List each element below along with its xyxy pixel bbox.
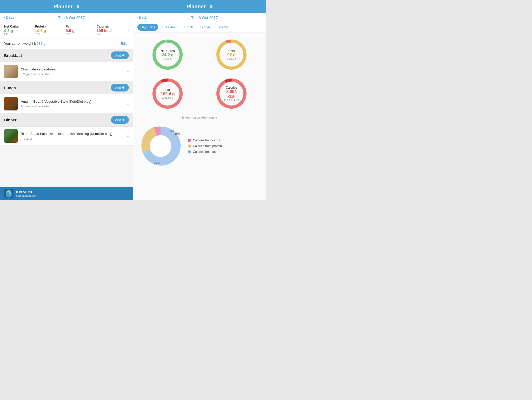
- brand-bar: KetoDiet ketodietapp.com: [0, 187, 133, 200]
- fat-donut-value: 163.4 g: [161, 92, 175, 96]
- fat-value: 9.5 g: [66, 28, 95, 33]
- lunch-add-label: Add: [115, 86, 121, 90]
- protein-donut-name: Protein: [227, 49, 236, 53]
- weight-prefix: Your current weight is: [4, 42, 37, 45]
- calories-value: 195 kcal: [97, 28, 125, 33]
- back-button[interactable]: ‹ Back: [137, 15, 147, 19]
- net-carbs-donut-avg: Ø 25 g: [161, 57, 175, 60]
- protein-label: Protein: [35, 25, 64, 28]
- left-hamburger-icon[interactable]: ≡: [77, 4, 79, 9]
- net-carbs-label: Net Carbs: [4, 25, 33, 28]
- fat-chart: Fat 163.4 g Ø 153.8 g: [138, 77, 197, 110]
- dinner-item-0-name: Bistro Steak Salad with Horseradish Dres…: [21, 132, 123, 136]
- right-prev-arrow[interactable]: ‹: [187, 15, 188, 20]
- net-carbs-donut-name: Net Carbs: [161, 49, 175, 53]
- weight-row: Your current weight is 58 Kg . Edit ›: [0, 38, 133, 49]
- days-back-button[interactable]: ‹ Days: [4, 15, 14, 19]
- dinner-item-0-thumb: [4, 129, 18, 143]
- edit-label: Edit: [121, 42, 127, 45]
- breakfast-item-0-name: Chocolate keto oatmeal: [21, 67, 123, 72]
- brand-url: ketodietapp.com: [16, 194, 37, 197]
- carbs-legend-item: Calories from carbs: [188, 139, 222, 142]
- lunch-item-0[interactable]: Autumn Beef & Vegetable Stew (KetoDiet b…: [0, 94, 133, 113]
- calories-chart: Calories 2,004 kcal Ø 1,809 kcal: [202, 77, 261, 110]
- fat-label: Fat: [66, 25, 95, 28]
- breakfast-item-0-drag-icon: ≡: [127, 69, 129, 74]
- lunch-title: Lunch: [4, 86, 16, 90]
- dinner-title: Dinner: [4, 118, 17, 122]
- breakfast-item-0-info: Chocolate keto oatmeal 5.2 grams of net …: [21, 67, 123, 76]
- right-nav-row: ‹ Back ‹ Tue 3 Oct 2017 ›: [133, 13, 266, 22]
- left-panel: ‹ Days ‹ Tue 3 Oct 2017 › Net Carbs 0.8 …: [0, 13, 133, 200]
- dinner-add-button[interactable]: Add +: [111, 116, 129, 124]
- left-prev-arrow[interactable]: ‹: [54, 15, 55, 20]
- lunch-item-0-carbs: 9.1 grams of net carbs: [21, 105, 123, 108]
- breakfast-item-0-carbs: 5.2 grams of net carbs: [21, 73, 123, 76]
- lunch-section-header: Lunch Add +: [0, 81, 133, 94]
- fat-legend-item: Calories from fat: [188, 150, 222, 154]
- back-label: Back: [139, 15, 147, 19]
- left-nav-row: ‹ Days ‹ Tue 3 Oct 2017 ›: [0, 13, 133, 22]
- breakfast-item-0-thumb: [4, 65, 18, 78]
- charts-grid: Net Carbs 24.2 g Ø 25 g Prot: [133, 32, 266, 116]
- right-header-title: Planner: [187, 4, 205, 10]
- brand-logo: [4, 189, 14, 198]
- carbs-pct-label: 5%: [170, 129, 175, 132]
- calories-sub: over: [97, 33, 125, 36]
- carbs-legend-dot: [188, 139, 191, 142]
- net-carbs-sub: left: [4, 33, 33, 36]
- right-hamburger-icon[interactable]: ≡: [210, 4, 213, 9]
- tab-snacks[interactable]: Snacks: [215, 24, 232, 31]
- protein-donut: Protein 92 g Ø 81.2 g: [215, 38, 248, 71]
- calories-label: Calories: [97, 25, 125, 28]
- weight-value: 58 Kg: [37, 42, 45, 45]
- right-header-panel: Planner ≡: [133, 0, 266, 13]
- breakfast-add-button[interactable]: Add +: [111, 51, 129, 59]
- protein-chart: Protein 92 g Ø 81.2 g: [202, 38, 261, 71]
- tab-day-stats[interactable]: Day Stats: [137, 24, 158, 31]
- left-next-arrow[interactable]: ›: [88, 15, 89, 20]
- fat-donut: Fat 163.4 g Ø 153.8 g: [151, 77, 184, 110]
- breakfast-add-label: Add: [115, 54, 121, 57]
- edit-weight-button[interactable]: Edit ›: [121, 42, 129, 45]
- breakfast-item-0[interactable]: Chocolate keto oatmeal 5.2 grams of net …: [0, 62, 133, 81]
- left-date-text: Tue 3 Oct 2017: [58, 15, 85, 20]
- lunch-add-button[interactable]: Add +: [111, 84, 129, 91]
- dinner-item-0-drag-icon: ≡: [127, 134, 129, 138]
- macros-legend: Calories from carbs Calories from protei…: [188, 139, 222, 154]
- net-carbs-donut: Net Carbs 24.2 g Ø 25 g: [151, 38, 184, 71]
- tabs-row: Day Stats Breakfast Lunch Dinner Snacks: [133, 22, 266, 32]
- dinner-section-header: Dinner Add +: [0, 113, 133, 127]
- dinner-add-label: Add: [115, 118, 121, 122]
- svg-point-2: [6, 192, 9, 194]
- stats-row: Net Carbs 0.8 g left Protein 10.8 g over…: [0, 22, 133, 38]
- right-panel: ‹ Back ‹ Tue 3 Oct 2017 › Day Stats Brea…: [133, 13, 266, 200]
- lunch-item-0-info: Autumn Beef & Vegetable Stew (KetoDiet b…: [21, 100, 123, 108]
- calories-donut: Calories 2,004 kcal Ø 1,809 kcal: [215, 77, 248, 110]
- dinner-item-0[interactable]: Bistro Steak Salad with Horseradish Dres…: [0, 127, 133, 146]
- svg-point-14: [150, 135, 171, 157]
- dinner-item-0-carbs: ... t carbs: [21, 137, 123, 140]
- tab-dinner[interactable]: Dinner: [197, 24, 213, 31]
- protein-value: 10.8 g: [35, 28, 64, 33]
- top-header: Planner ≡ Planner ≡: [0, 0, 266, 13]
- net-carbs-stat: Net Carbs 0.8 g left: [4, 25, 33, 36]
- stats-expand-arrow[interactable]: ›: [127, 28, 129, 32]
- net-carbs-donut-label: Net Carbs 24.2 g Ø 25 g: [161, 49, 175, 60]
- left-date-nav: ‹ Tue 3 Oct 2017 ›: [14, 15, 129, 20]
- right-next-arrow[interactable]: ›: [221, 15, 222, 20]
- protein-donut-value: 92 g: [227, 53, 236, 57]
- breakfast-title: Breakfast: [4, 53, 22, 58]
- fat-legend-dot: [188, 150, 191, 153]
- breakfast-section-header: Breakfast Add +: [0, 49, 133, 62]
- tab-breakfast[interactable]: Breakfast: [159, 24, 180, 31]
- net-carbs-chart: Net Carbs 24.2 g Ø 25 g: [138, 38, 197, 71]
- dinner-plus-icon: +: [122, 117, 124, 122]
- protein-stat: Protein 10.8 g over: [35, 25, 64, 36]
- macros-section: 5% 19% 76% Calories from carbs Calories …: [133, 121, 266, 171]
- tab-lunch[interactable]: Lunch: [181, 24, 196, 31]
- fat-donut-label: Fat 163.4 g Ø 153.8 g: [161, 88, 175, 99]
- fat-donut-name: Fat: [161, 88, 175, 92]
- carbs-legend-label: Calories from carbs: [193, 139, 220, 142]
- calories-donut-value: 2,004 kcal: [223, 89, 240, 99]
